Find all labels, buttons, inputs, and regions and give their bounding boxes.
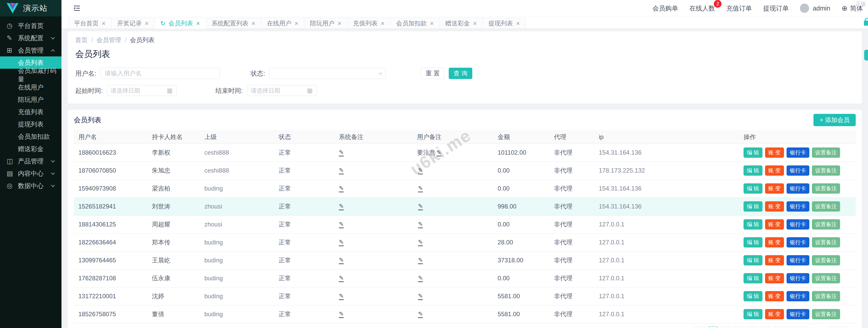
edit-system-note-icon[interactable]: ✎ (339, 239, 344, 246)
close-tab-icon[interactable]: × (430, 20, 434, 27)
account-change-button[interactable]: 账 变 (765, 255, 784, 266)
account-change-button[interactable]: 账 变 (765, 219, 784, 229)
set-note-button[interactable]: 设置备注 (812, 291, 840, 301)
sidebar-item[interactable]: 会员加减打码量 (0, 69, 61, 81)
edit-user-note-icon[interactable]: ✎ (418, 293, 423, 300)
end-date-input[interactable]: 请选择日期 ▦ (247, 85, 316, 96)
account-change-button[interactable]: 账 变 (765, 201, 784, 212)
edit-user-note-icon[interactable]: ✎ (418, 311, 423, 318)
edit-system-note-icon[interactable]: ✎ (339, 149, 344, 156)
edit-button[interactable]: 编 辑 (744, 201, 763, 212)
edit-system-note-icon[interactable]: ✎ (339, 293, 344, 300)
edit-user-note-icon[interactable]: ✎ (418, 239, 423, 246)
sidebar-item[interactable]: ▤ 内容中心 (0, 167, 61, 180)
bank-card-button[interactable]: 银行卡 (786, 273, 809, 283)
close-tab-icon[interactable]: × (473, 20, 477, 27)
edit-system-note-icon[interactable]: ✎ (339, 257, 344, 264)
page-tab[interactable]: ↻ 开奖记录 × (111, 18, 154, 28)
edit-button[interactable]: 编 辑 (744, 255, 763, 266)
next-page-button[interactable] (762, 326, 771, 328)
breadcrumb-item[interactable]: 会员列表 (130, 36, 154, 44)
account-change-button[interactable]: 账 变 (765, 291, 784, 301)
page-number-button[interactable]: 2 (721, 326, 731, 328)
top-link[interactable]: 充值订单 (726, 4, 752, 12)
page-number-button[interactable]: 4 (748, 326, 758, 328)
top-link[interactable]: 会员购单 (652, 4, 678, 12)
edit-button[interactable]: 编 辑 (744, 237, 763, 247)
sidebar-item[interactable]: 陪玩用户 (0, 93, 61, 106)
set-note-button[interactable]: 设置备注 (812, 183, 840, 194)
bank-card-button[interactable]: 银行卡 (786, 237, 809, 247)
sidebar-item[interactable]: ✎ 系统配置 (0, 32, 61, 44)
account-change-button[interactable]: 账 变 (765, 147, 784, 158)
bank-card-button[interactable]: 银行卡 (786, 255, 809, 266)
jump-page-input[interactable] (828, 326, 846, 328)
breadcrumb-item[interactable]: 会员管理 (97, 36, 121, 44)
account-change-button[interactable]: 账 变 (765, 237, 784, 247)
edit-system-note-icon[interactable]: ✎ (339, 167, 344, 174)
bank-card-button[interactable]: 银行卡 (786, 309, 809, 319)
close-tab-icon[interactable]: × (196, 20, 200, 27)
edit-user-note-icon[interactable]: ✎ (418, 185, 423, 192)
set-note-button[interactable]: 设置备注 (812, 219, 840, 229)
close-tab-icon[interactable]: × (338, 20, 341, 27)
account-change-button[interactable]: 账 变 (765, 183, 784, 194)
settings-drawer-handle[interactable] (864, 50, 868, 60)
bank-card-button[interactable]: 银行卡 (786, 183, 809, 194)
edit-user-note-icon[interactable]: ✎ (418, 221, 423, 228)
bank-card-button[interactable]: 银行卡 (786, 201, 809, 212)
close-tab-icon[interactable]: × (516, 20, 520, 27)
edit-button[interactable]: 编 辑 (744, 291, 763, 301)
sidebar-item[interactable]: ◫ 产品管理 (0, 155, 61, 167)
status-select[interactable] (269, 68, 386, 79)
close-tab-icon[interactable]: × (294, 20, 299, 27)
edit-user-note-icon[interactable]: ✎ (418, 203, 423, 210)
bank-card-button[interactable]: 银行卡 (786, 291, 809, 301)
edit-user-note-icon[interactable]: ✎ (418, 257, 423, 264)
edit-system-note-icon[interactable]: ✎ (339, 185, 344, 192)
sidebar-item[interactable]: 会员加扣款 (0, 130, 61, 143)
prev-page-button[interactable] (695, 326, 705, 328)
edit-button[interactable]: 编 辑 (744, 273, 763, 283)
edit-system-note-icon[interactable]: ✎ (339, 275, 344, 282)
sidebar-item[interactable]: 赠送彩金 (0, 143, 61, 155)
set-note-button[interactable]: 设置备注 (812, 273, 840, 283)
username-input[interactable] (100, 68, 220, 79)
page-tab[interactable]: ↻ 赠送彩金 × (439, 18, 483, 28)
page-tab[interactable]: ↻ 充值列表 × (347, 18, 390, 28)
user-menu[interactable]: admin (800, 4, 830, 13)
edit-system-note-icon[interactable]: ✎ (339, 221, 344, 228)
set-note-button[interactable]: 设置备注 (812, 165, 840, 176)
page-tab[interactable]: ↻ 会员加扣款 × (390, 18, 439, 28)
bank-card-button[interactable]: 银行卡 (786, 219, 809, 229)
close-tab-icon[interactable]: × (251, 20, 255, 27)
set-note-button[interactable]: 设置备注 (812, 309, 840, 319)
page-size-select[interactable]: 10 条/页 (775, 326, 809, 328)
edit-button[interactable]: 编 辑 (744, 309, 763, 319)
account-change-button[interactable]: 账 变 (765, 273, 784, 283)
edit-user-note-icon[interactable]: ✎ (418, 275, 423, 282)
page-tab[interactable]: ↻ 陪玩用户 × (304, 18, 347, 28)
close-tab-icon[interactable]: × (102, 20, 105, 27)
account-change-button[interactable]: 账 变 (765, 165, 784, 176)
edit-button[interactable]: 编 辑 (744, 219, 763, 229)
edit-button[interactable]: 编 辑 (744, 183, 763, 194)
bank-card-button[interactable]: 银行卡 (786, 165, 809, 176)
set-note-button[interactable]: 设置备注 (812, 255, 840, 266)
page-tab[interactable]: ↻ 在线用户 × (261, 18, 304, 28)
start-date-input[interactable]: 请选择日期 ▦ (107, 85, 177, 96)
edit-button[interactable]: 编 辑 (744, 147, 763, 158)
set-note-button[interactable]: 设置备注 (812, 147, 840, 158)
page-tab[interactable]: ↻ 系统配置列表 × (206, 18, 261, 28)
page-tab[interactable]: ↻ 会员列表 × (154, 18, 206, 28)
set-note-button[interactable]: 设置备注 (812, 201, 840, 212)
breadcrumb-item[interactable]: 首页 (75, 36, 88, 44)
sidebar-item[interactable]: ◎ 数据中心 (0, 180, 61, 192)
close-tab-icon[interactable]: × (145, 20, 149, 27)
account-change-button[interactable]: 账 变 (765, 309, 784, 319)
top-link[interactable]: 在线人数 2 (689, 4, 715, 12)
edit-button[interactable]: 编 辑 (744, 165, 763, 176)
collapse-sidebar-icon[interactable] (73, 4, 81, 12)
reset-button[interactable]: 重 置 (421, 68, 445, 79)
bank-card-button[interactable]: 银行卡 (786, 147, 809, 158)
